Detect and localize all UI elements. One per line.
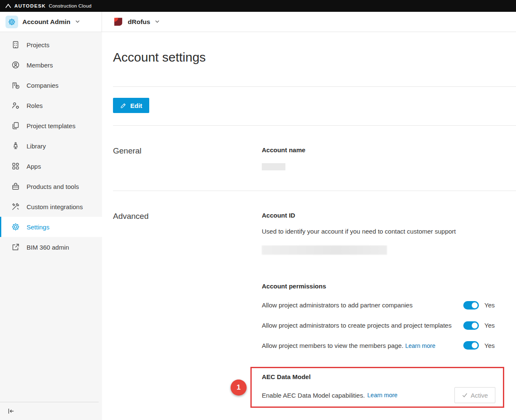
sidebar-item-label: Project templates bbox=[27, 122, 75, 129]
sidebar-item-members[interactable]: Members bbox=[0, 55, 102, 75]
app-header: Account Admin dRofus bbox=[0, 12, 516, 32]
aec-active-button[interactable]: Active bbox=[454, 387, 495, 403]
nav-title: Account Admin bbox=[22, 18, 70, 26]
drofus-logo bbox=[113, 16, 124, 27]
toggle-add-partner-companies[interactable] bbox=[463, 301, 479, 310]
autodesk-logo-icon bbox=[5, 3, 11, 8]
toggle-state-label: Yes bbox=[484, 342, 494, 349]
aec-description: Enable AEC Data Model capabilities. bbox=[262, 392, 365, 399]
members-icon bbox=[11, 61, 20, 69]
sidebar-item-label: BIM 360 admin bbox=[27, 244, 69, 251]
sidebar-item-bim360-admin[interactable]: BIM 360 admin bbox=[0, 237, 102, 257]
autodesk-topbar: AUTODESK Construction Cloud bbox=[0, 0, 516, 12]
aec-learn-more-link[interactable]: Learn more bbox=[367, 392, 398, 398]
sidebar-item-project-templates[interactable]: Project templates bbox=[0, 116, 102, 136]
chevron-down-icon bbox=[75, 20, 80, 23]
roles-icon bbox=[11, 101, 20, 110]
pencil-icon bbox=[120, 102, 126, 109]
sidebar-item-label: Companies bbox=[27, 82, 59, 89]
account-id-redacted-value bbox=[262, 245, 387, 255]
account-admin-switcher[interactable]: Account Admin bbox=[0, 12, 102, 32]
account-admin-gear-icon bbox=[5, 16, 18, 28]
sidebar-item-label: Custom integrations bbox=[27, 203, 83, 210]
products-and-tools-icon bbox=[11, 182, 20, 191]
account-name-redacted-value bbox=[262, 163, 285, 170]
sidebar-item-label: Projects bbox=[27, 41, 49, 48]
account-name: dRofus bbox=[128, 18, 150, 26]
toggle-knob bbox=[472, 302, 478, 308]
sidebar-item-label: Roles bbox=[27, 102, 43, 109]
permission-label: Allow project members to view the member… bbox=[262, 342, 403, 349]
permission-row-view-members: Allow project members to view the member… bbox=[262, 341, 516, 350]
sidebar: Projects Members Companies Roles bbox=[0, 32, 102, 420]
account-id-label: Account ID bbox=[262, 212, 516, 219]
aec-active-button-label: Active bbox=[471, 392, 488, 399]
permission-label: Allow project administrators to create p… bbox=[262, 321, 463, 330]
sidebar-item-label: Settings bbox=[27, 223, 49, 231]
main-content: Account settings Edit General Account na… bbox=[102, 32, 516, 420]
sidebar-item-library[interactable]: Library bbox=[0, 136, 102, 156]
edit-button-label: Edit bbox=[130, 102, 142, 109]
aec-highlight-box: AEC Data Model Enable AEC Data Model cap… bbox=[250, 367, 504, 408]
account-name-label: Account name bbox=[262, 146, 516, 154]
sidebar-item-companies[interactable]: Companies bbox=[0, 75, 102, 95]
sidebar-item-custom-integrations[interactable]: Custom integrations bbox=[0, 197, 102, 217]
external-link-icon bbox=[11, 243, 20, 251]
divider bbox=[113, 86, 516, 87]
library-icon bbox=[11, 142, 20, 150]
toggle-state-label: Yes bbox=[484, 322, 494, 329]
chevron-down-icon bbox=[155, 20, 159, 23]
toggle-create-projects[interactable] bbox=[463, 321, 479, 330]
sidebar-item-apps[interactable]: Apps bbox=[0, 156, 102, 176]
advanced-section: Advanced Account ID Used to identify you… bbox=[113, 191, 516, 420]
sidebar-footer bbox=[0, 402, 102, 420]
settings-icon bbox=[11, 223, 20, 231]
account-switcher[interactable]: dRofus bbox=[102, 12, 159, 32]
sidebar-item-label: Apps bbox=[27, 163, 41, 170]
sidebar-item-label: Library bbox=[27, 143, 46, 150]
check-icon bbox=[462, 393, 468, 398]
aec-data-model-section: 1 AEC Data Model Enable AEC Data Model c… bbox=[262, 367, 516, 408]
sidebar-item-products-and-tools[interactable]: Products and tools bbox=[0, 176, 102, 197]
toggle-state-label: Yes bbox=[484, 302, 494, 309]
general-heading: General bbox=[113, 146, 262, 170]
toggle-knob bbox=[472, 342, 478, 348]
edit-button[interactable]: Edit bbox=[113, 98, 149, 113]
project-templates-icon bbox=[11, 121, 20, 130]
toggle-knob bbox=[472, 323, 478, 328]
apps-icon bbox=[11, 162, 20, 170]
general-section: General Account name bbox=[113, 126, 516, 191]
sidebar-item-projects[interactable]: Projects bbox=[0, 35, 102, 55]
account-permissions-title: Account permissions bbox=[262, 283, 516, 290]
sidebar-item-settings[interactable]: Settings bbox=[0, 217, 102, 237]
brand-product: Construction Cloud bbox=[49, 3, 91, 8]
permission-row-partner-companies: Allow project administrators to add part… bbox=[262, 301, 516, 310]
permission-label: Allow project administrators to add part… bbox=[262, 301, 463, 310]
collapse-sidebar-button[interactable] bbox=[0, 402, 21, 420]
custom-integrations-icon bbox=[11, 202, 20, 211]
sidebar-item-roles[interactable]: Roles bbox=[0, 95, 102, 116]
toggle-view-members-page[interactable] bbox=[463, 341, 479, 350]
learn-more-link[interactable]: Learn more bbox=[405, 342, 435, 349]
annotation-badge-1: 1 bbox=[231, 380, 247, 396]
projects-icon bbox=[11, 40, 20, 49]
aec-data-model-title: AEC Data Model bbox=[262, 373, 495, 380]
sidebar-item-label: Products and tools bbox=[27, 183, 79, 190]
sidebar-item-label: Members bbox=[27, 62, 53, 69]
permission-row-create-projects: Allow project administrators to create p… bbox=[262, 321, 516, 330]
advanced-heading: Advanced bbox=[113, 212, 262, 408]
companies-icon bbox=[11, 81, 20, 89]
brand-autodesk: AUTODESK bbox=[14, 3, 46, 8]
account-id-help: Used to identify your account if you nee… bbox=[262, 228, 516, 235]
page-title: Account settings bbox=[113, 50, 516, 65]
